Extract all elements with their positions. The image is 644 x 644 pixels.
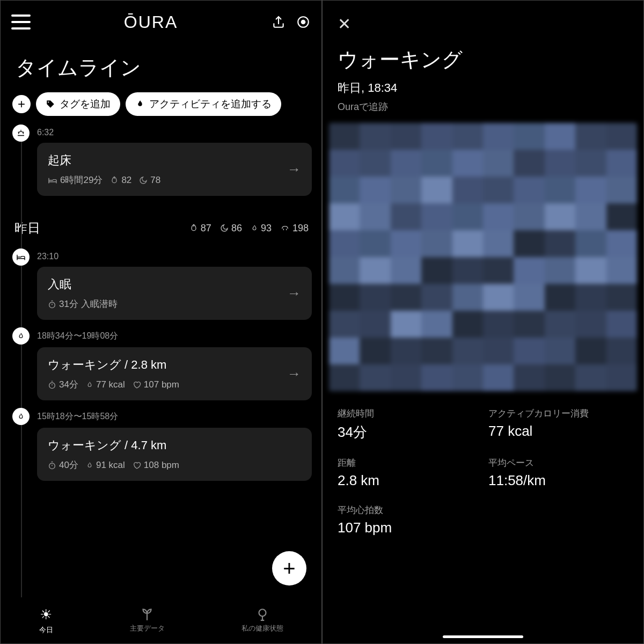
timeline-event-wake: 6:32 起床 6時間29分 82 78 → xyxy=(12,125,312,196)
timeline-event-sleep: 23:10 入眠 31分 入眠潜時 → xyxy=(12,248,312,320)
readiness-icon xyxy=(110,176,119,185)
svg-point-3 xyxy=(49,302,55,308)
timeline: 6:32 起床 6時間29分 82 78 → 昨日 xyxy=(1,125,321,481)
nav-vitals[interactable]: 主要データ xyxy=(130,608,165,633)
bottom-nav: ☀ 今日 主要データ 私の健康状態 xyxy=(1,597,321,643)
nav-today[interactable]: ☀ 今日 xyxy=(39,606,53,635)
stat-calories: アクティブカロリー消費 77 kcal xyxy=(488,407,628,442)
moon-icon xyxy=(139,176,148,185)
flame-icon xyxy=(135,98,145,110)
sprout-icon xyxy=(140,608,154,621)
bed-icon xyxy=(12,248,30,266)
event-time: 15時18分〜15時58分 xyxy=(37,411,312,422)
svg-point-1 xyxy=(302,20,305,24)
day-header-yesterday: 昨日 87 86 93 198 xyxy=(12,203,312,248)
tree-icon xyxy=(255,608,269,621)
target-icon[interactable] xyxy=(296,14,311,30)
add-tag-chip[interactable]: タグを追加 xyxy=(36,92,120,116)
chevron-right-icon: → xyxy=(287,285,301,302)
sunrise-icon xyxy=(12,125,30,142)
tag-icon xyxy=(46,99,55,109)
nav-health[interactable]: 私の健康状態 xyxy=(241,608,283,633)
close-icon[interactable]: ✕ xyxy=(323,1,643,36)
svg-point-4 xyxy=(49,383,55,389)
flame-icon xyxy=(12,408,30,425)
card-title: 起床 xyxy=(48,152,160,169)
page-title: タイムライン xyxy=(1,43,321,92)
event-time: 6:32 xyxy=(37,128,312,137)
stopwatch-icon xyxy=(48,461,56,470)
flame-icon xyxy=(12,327,30,345)
sleep-onset-card[interactable]: 入眠 31分 入眠潜時 → xyxy=(37,267,312,320)
event-time: 23:10 xyxy=(37,252,312,261)
svg-point-2 xyxy=(48,101,49,103)
home-indicator[interactable] xyxy=(443,635,523,638)
stat-duration: 継続時間 34分 xyxy=(338,407,478,442)
svg-point-5 xyxy=(49,463,55,469)
flame-icon xyxy=(86,380,93,389)
timeline-event-walk-1: 18時34分〜19時08分 ウォーキング / 2.8 km 34分 77 kca… xyxy=(12,327,312,400)
add-activity-chip[interactable]: アクティビティを追加する xyxy=(126,92,281,116)
heart-icon xyxy=(133,380,141,389)
stat-distance: 距離 2.8 km xyxy=(338,457,478,489)
flame-icon xyxy=(251,224,258,232)
timeline-event-walk-2: 15時18分〜15時58分 ウォーキング / 4.7 km 40分 91 kca… xyxy=(12,408,312,481)
add-button[interactable]: + xyxy=(12,95,31,113)
flame-icon xyxy=(86,461,93,470)
svg-point-6 xyxy=(259,609,266,616)
card-title: ウォーキング / 4.7 km xyxy=(48,437,179,453)
sun-icon: ☀ xyxy=(40,606,52,623)
walking-card[interactable]: ウォーキング / 2.8 km 34分 77 kcal 107 bpm → xyxy=(37,347,312,400)
action-chips-row: + タグを追加 アクティビティを追加する xyxy=(1,92,321,125)
activity-stats-grid: 継続時間 34分 アクティブカロリー消費 77 kcal 距離 2.8 km 平… xyxy=(323,391,643,547)
event-time: 18時34分〜19時08分 xyxy=(37,331,312,342)
header: ŌURA xyxy=(1,1,321,43)
tracked-by-label: Ouraで追跡 xyxy=(323,97,643,123)
wake-card[interactable]: 起床 6時間29分 82 78 → xyxy=(37,143,312,196)
stat-avg-hr: 平均心拍数 107 bpm xyxy=(338,504,478,536)
stat-pace: 平均ペース 11:58/km xyxy=(488,457,628,489)
chevron-right-icon: → xyxy=(287,365,301,382)
day-label: 昨日 xyxy=(14,219,40,237)
menu-icon[interactable] xyxy=(11,14,31,30)
card-title: 入眠 xyxy=(48,276,118,292)
stopwatch-icon xyxy=(48,300,56,309)
card-title: ウォーキング / 2.8 km xyxy=(48,357,179,373)
share-icon[interactable] xyxy=(271,14,286,30)
bed-icon xyxy=(48,177,57,184)
moon-icon xyxy=(220,224,229,232)
chevron-right-icon: → xyxy=(287,161,301,178)
add-activity-label: アクティビティを追加する xyxy=(149,97,272,111)
timeline-screen: ŌURA タイムライン + タグを追加 アクティビティを追加する xyxy=(0,0,322,644)
brand-logo: ŌURA xyxy=(124,12,178,32)
heart-icon xyxy=(133,461,141,470)
stopwatch-icon xyxy=(48,380,56,389)
resilience-icon xyxy=(280,224,290,232)
activity-title: ウォーキング xyxy=(323,36,643,79)
activity-timestamp: 昨日, 18:34 xyxy=(323,79,643,97)
route-map-placeholder xyxy=(329,123,637,391)
activity-detail-screen: ✕ ウォーキング 昨日, 18:34 Ouraで追跡 継続時間 34分 アクティ… xyxy=(322,0,644,644)
fab-add-button[interactable]: + xyxy=(272,551,306,586)
readiness-icon xyxy=(189,224,198,232)
walking-card[interactable]: ウォーキング / 4.7 km 40分 91 kcal 108 bpm xyxy=(37,428,312,481)
add-tag-label: タグを追加 xyxy=(60,97,111,111)
